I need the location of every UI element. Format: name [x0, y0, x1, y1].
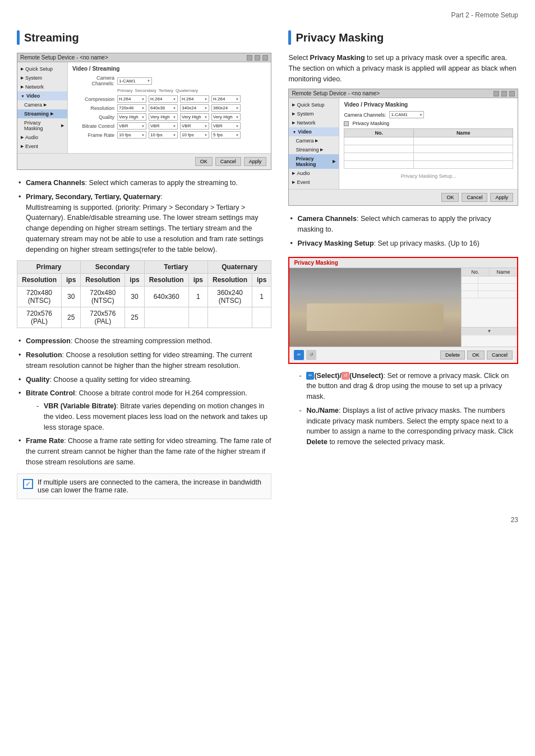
table-row [344, 137, 513, 145]
dropdown-icon: ▼ [173, 116, 176, 119]
resolution-secondary[interactable]: 640x36▼ [149, 104, 178, 112]
pm-large-delete-button[interactable]: Delete [440, 351, 465, 359]
dropdown-icon: ▼ [173, 98, 176, 101]
bitrate-secondary[interactable]: VBR▼ [149, 122, 178, 130]
ok-button[interactable]: OK [195, 157, 213, 166]
streaming-more-bullets: Compression: Choose the streaming compre… [17, 336, 271, 467]
unselect-icon: ↺ [342, 372, 349, 380]
pm-video-feed [289, 268, 461, 347]
pm-ok-button[interactable]: OK [441, 193, 459, 202]
dropdown-icon: ▼ [173, 107, 176, 110]
streaming-screenshot: Remote Setup Device - <no name> ▶ Quick … [17, 53, 271, 170]
pm-col-name: Name [414, 129, 513, 137]
compression-secondary[interactable]: H.264▼ [149, 95, 178, 103]
compression-quaternary[interactable]: H.264▼ [211, 95, 241, 103]
pm-right-name-col: Name [490, 268, 517, 276]
resolution-row: Resolution 720x48▼ 640x36▼ 340x24▼ 360x2… [72, 104, 266, 112]
bitrate-quaternary[interactable]: VBR▼ [211, 122, 241, 130]
content-title: Video / Streaming [72, 66, 266, 72]
resolution-primary[interactable]: 720x48▼ [117, 104, 146, 112]
pm-sidebar-streaming[interactable]: Streaming ▶ [289, 145, 339, 154]
pm-apply-button[interactable]: Apply [490, 193, 513, 202]
pm-camera-label: Camera Channels: [344, 112, 386, 118]
pm-large-title: Privacy Masking [289, 258, 517, 268]
pm-sidebar-video[interactable]: ▼ Video [289, 127, 339, 136]
close-btn[interactable] [262, 55, 268, 61]
framerate-quaternary[interactable]: 5 fps▼ [211, 131, 241, 139]
quality-tertiary[interactable]: Very High▼ [180, 113, 209, 121]
pm-sidebar-network[interactable]: ▶ Network [289, 118, 339, 127]
pm-cancel-button[interactable]: Cancel [462, 193, 487, 202]
pm-camera-select[interactable]: 1-CAM1 ▼ [389, 111, 424, 118]
sidebar-network[interactable]: ▶ Network [17, 82, 67, 91]
apply-button[interactable]: Apply [244, 157, 267, 166]
dropdown-icon: ▼ [141, 116, 145, 119]
bitrate-tertiary[interactable]: VBR▼ [180, 122, 209, 130]
maximize-btn[interactable] [255, 55, 260, 61]
table-row [462, 276, 517, 284]
secondary-col-header: Secondary [135, 88, 156, 94]
arrow-icon: ▶ [292, 171, 295, 176]
sidebar-camera[interactable]: Camera ▶ [17, 100, 67, 109]
pm-sidebar-privacy-masking[interactable]: Privacy Masking ▶ [289, 154, 339, 169]
table-header-tertiary: Tertiary [144, 261, 207, 274]
resolution-tertiary[interactable]: 340x24▼ [180, 104, 209, 112]
col-ips-3: ips [188, 274, 207, 287]
sidebar-privacy-masking[interactable]: Privacy Masking ▶ [17, 118, 67, 133]
streaming-bullets: Camera Channels: Select which cameras to… [17, 178, 271, 255]
pm-large-cancel-button[interactable]: Cancel [487, 351, 513, 359]
maximize-btn[interactable] [501, 91, 507, 96]
privacy-masking-checkbox[interactable] [344, 121, 349, 126]
pm-sidebar-event[interactable]: ▶ Event [289, 178, 339, 187]
resolution-quaternary[interactable]: 360x24▼ [211, 104, 241, 112]
sidebar-event[interactable]: ▶ Event [17, 142, 67, 151]
sidebar-streaming[interactable]: Streaming ▶ [17, 109, 67, 118]
pm-large-ok-button[interactable]: OK [467, 351, 485, 359]
screenshot-footer: OK Cancel Apply [17, 153, 271, 169]
pm-dash-select: ✏(Select)/↺(Unselect): Set or remove a p… [297, 371, 518, 402]
dropdown-icon: ▼ [236, 98, 239, 101]
bitrate-primary[interactable]: VBR▼ [117, 122, 146, 130]
pm-sidebar-camera[interactable]: Camera ▶ [289, 136, 339, 145]
sidebar-system[interactable]: ▶ System [17, 73, 67, 82]
quality-quaternary[interactable]: Very High▼ [211, 113, 241, 121]
camera-channel-label: Camera Channels: [72, 75, 114, 86]
close-btn[interactable] [509, 91, 515, 96]
pm-unselect-button[interactable]: ↺ [306, 350, 316, 360]
pm-sidebar-audio[interactable]: ▶ Audio [289, 169, 339, 178]
quality-secondary[interactable]: Very High▼ [149, 113, 178, 121]
pm-col-no: No. [344, 129, 414, 137]
pm-sidebar-system[interactable]: ▶ System [289, 109, 339, 118]
dropdown-arrow-icon: ▼ [147, 79, 150, 82]
quality-row: Quality Very High▼ Very High▼ Very High▼… [72, 113, 266, 121]
compression-row: Compression H.264▼ H.264▼ H.264▼ H.264▼ [72, 95, 266, 103]
camera-channel-select[interactable]: 1-CAM1 ▼ [117, 77, 152, 85]
framerate-tertiary[interactable]: 10 fps▼ [180, 131, 209, 139]
pm-dash-bullets: ✏(Select)/↺(Unselect): Set or remove a p… [297, 371, 518, 448]
quality-primary[interactable]: Very High▼ [117, 113, 146, 121]
dropdown-icon: ▼ [141, 107, 145, 110]
pm-select-button[interactable]: ✏ [294, 350, 304, 360]
privacy-intro: Select Privacy Masking to set up a priva… [288, 53, 518, 84]
dropdown-icon: ▼ [141, 133, 145, 137]
arrow-icon: ▶ [292, 121, 295, 125]
compression-tertiary[interactable]: H.264▼ [180, 95, 209, 103]
bitrate-sub-bullets: VBR (Variable Bitrate): Bitrate varies d… [35, 401, 271, 432]
sidebar-quick-setup[interactable]: ▶ Quick Setup [17, 64, 67, 73]
dropdown-icon: ▼ [236, 116, 239, 119]
compression-primary[interactable]: H.264▼ [117, 95, 146, 103]
framerate-primary[interactable]: 10 fps▼ [117, 131, 146, 139]
title-bar-icon [288, 30, 291, 45]
sidebar-audio[interactable]: ▶ Audio [17, 133, 67, 142]
framerate-secondary[interactable]: 10 fps▼ [149, 131, 178, 139]
minimize-btn[interactable] [494, 91, 499, 96]
sidebar-video[interactable]: ▼ Video [17, 91, 67, 100]
minimize-btn[interactable] [247, 55, 252, 61]
tertiary-col-header: Tertiary [159, 88, 173, 94]
sub-bullet-vbr: VBR (Variable Bitrate): Bitrate varies d… [35, 401, 271, 432]
pm-sidebar-quick-setup[interactable]: ▶ Quick Setup [289, 100, 339, 109]
framerate-row: Frame Rate 10 fps▼ 10 fps▼ 10 fps▼ 5 fps… [72, 131, 266, 139]
pm-scroll-down[interactable]: ▼ [462, 327, 517, 335]
col-resolution-2: Resolution [81, 274, 125, 287]
cancel-button[interactable]: Cancel [215, 157, 241, 166]
